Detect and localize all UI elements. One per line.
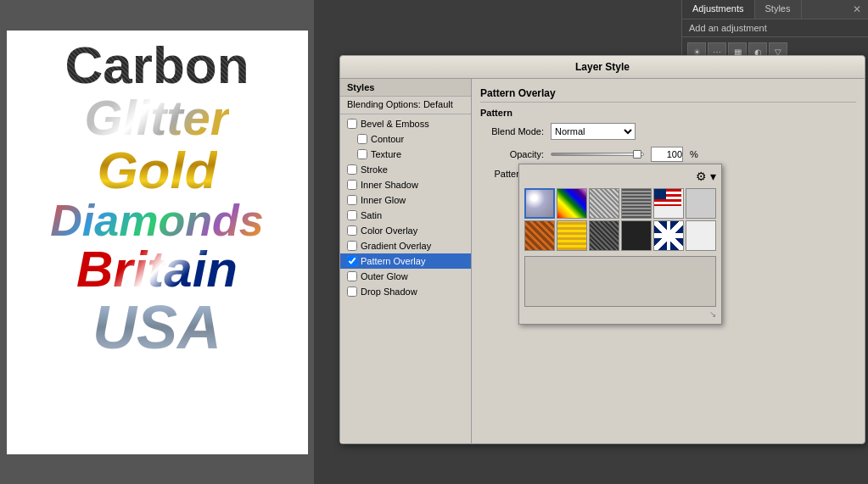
outer-glow-checkbox[interactable]	[347, 271, 357, 281]
text-britain: Britain	[76, 244, 238, 295]
bevel-emboss-checkbox[interactable]	[347, 119, 357, 129]
pattern-cell-11[interactable]	[653, 220, 684, 251]
opacity-input[interactable]	[651, 147, 683, 162]
stroke-checkbox[interactable]	[347, 164, 357, 175]
style-drop-shadow[interactable]: Drop Shadow	[340, 284, 471, 299]
pattern-cell-1[interactable]	[524, 188, 555, 219]
text-glitter: Glitter	[85, 93, 230, 142]
pattern-picker-popup: ⚙ ▾	[518, 164, 722, 325]
pattern-cell-7[interactable]	[524, 220, 555, 251]
styles-header: Styles	[340, 79, 471, 97]
picker-header: ⚙ ▾	[524, 170, 716, 183]
pattern-cell-3[interactable]	[589, 188, 619, 219]
inner-shadow-checkbox[interactable]	[347, 180, 357, 190]
opacity-percent: %	[690, 149, 698, 159]
style-pattern-overlay[interactable]: Pattern Overlay	[340, 253, 471, 269]
style-contour[interactable]: Contour	[340, 131, 471, 147]
opacity-slider[interactable]	[551, 153, 644, 156]
pattern-overlay-checkbox[interactable]	[347, 256, 357, 266]
pattern-description	[524, 256, 716, 307]
style-color-overlay[interactable]: Color Overlay	[340, 223, 471, 238]
blend-mode-label: Blend Mode:	[480, 126, 544, 136]
style-blending-options[interactable]: Blending Options: Default	[340, 97, 471, 112]
color-overlay-checkbox[interactable]	[347, 225, 357, 236]
uk-flag	[654, 221, 683, 250]
us-flag	[654, 189, 681, 206]
style-inner-shadow[interactable]: Inner Shadow	[340, 177, 471, 192]
blend-mode-row: Blend Mode: Normal Multiply Screen Overl…	[480, 123, 856, 140]
style-satin[interactable]: Satin	[340, 208, 471, 223]
tab-adjustments[interactable]: Adjustments	[682, 0, 755, 19]
tab-styles[interactable]: Styles	[755, 0, 802, 19]
add-adjustment-label: Add an adjustment	[682, 19, 868, 37]
pattern-cell-12[interactable]	[686, 220, 716, 251]
text-gold: Gold	[97, 144, 216, 197]
pattern-cell-8[interactable]	[557, 220, 587, 251]
canvas-area: Carbon Glitter Gold Diamonds Britain USA	[0, 0, 314, 484]
inner-glow-checkbox[interactable]	[347, 195, 357, 205]
canvas-document: Carbon Glitter Gold Diamonds Britain USA	[7, 31, 308, 454]
gear-icon[interactable]: ⚙ ▾	[696, 170, 716, 183]
opacity-slider-thumb[interactable]	[633, 150, 641, 159]
blend-mode-select[interactable]: Normal Multiply Screen Overlay	[551, 123, 636, 140]
styles-panel: Styles Blending Options: Default Bevel &…	[340, 79, 472, 443]
opacity-label: Opacity:	[480, 149, 544, 159]
style-gradient-overlay[interactable]: Gradient Overlay	[340, 238, 471, 253]
pattern-cell-4[interactable]	[621, 188, 652, 219]
style-outer-glow[interactable]: Outer Glow	[340, 269, 471, 284]
satin-checkbox[interactable]	[347, 210, 357, 220]
drop-shadow-checkbox[interactable]	[347, 287, 357, 297]
pattern-cell-5[interactable]	[653, 188, 684, 219]
text-diamonds: Diamonds	[50, 198, 263, 242]
resize-handle[interactable]: ↘	[524, 309, 716, 319]
close-icon[interactable]: ✕	[846, 0, 868, 19]
pattern-grid	[524, 188, 716, 251]
style-texture[interactable]: Texture	[340, 147, 471, 162]
text-carbon: Carbon	[65, 39, 249, 92]
pattern-cell-2[interactable]	[557, 188, 587, 219]
layer-style-dialog: Layer Style Styles Blending Options: Def…	[339, 55, 865, 444]
style-stroke[interactable]: Stroke	[340, 162, 471, 177]
section-title: Pattern Overlay	[480, 87, 856, 103]
pattern-cell-6[interactable]	[686, 188, 716, 219]
dialog-body: Styles Blending Options: Default Bevel &…	[340, 79, 865, 443]
texture-checkbox[interactable]	[357, 149, 367, 159]
pattern-cell-9[interactable]	[589, 220, 619, 251]
main-content: Pattern Overlay Pattern Blend Mode: Norm…	[472, 79, 865, 443]
dialog-title: Layer Style	[340, 56, 865, 79]
style-bevel-emboss[interactable]: Bevel & Emboss	[340, 116, 471, 131]
opacity-row: Opacity: %	[480, 147, 856, 162]
sub-section-title: Pattern	[480, 108, 856, 118]
text-usa: USA	[92, 297, 221, 358]
blending-options-label: Blending Options: Default	[347, 99, 453, 109]
contour-checkbox[interactable]	[357, 134, 367, 144]
style-inner-glow[interactable]: Inner Glow	[340, 192, 471, 208]
adjustments-tabs: Adjustments Styles ✕	[682, 0, 868, 19]
gradient-overlay-checkbox[interactable]	[347, 241, 357, 251]
pattern-cell-10[interactable]	[621, 220, 652, 251]
